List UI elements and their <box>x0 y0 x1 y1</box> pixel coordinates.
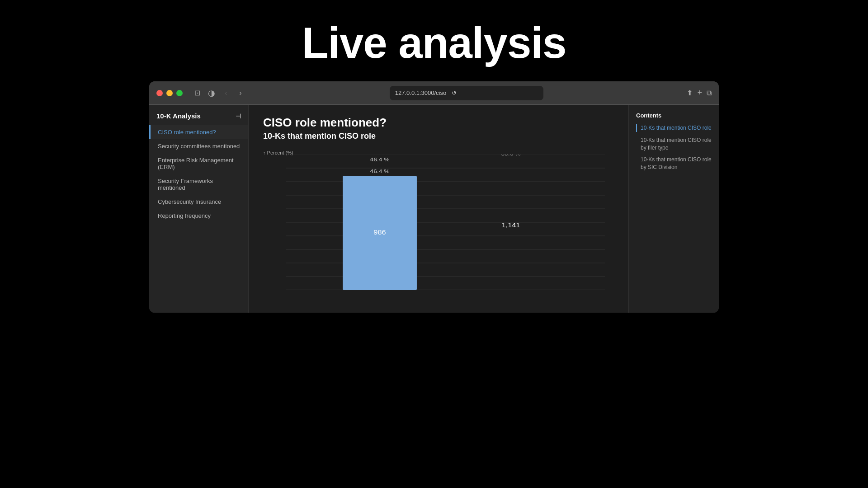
sidebar-item-security-frameworks[interactable]: Security Frameworks mentioned <box>149 174 248 195</box>
sidebar-item-reporting-frequency[interactable]: Reporting frequency <box>149 209 248 223</box>
traffic-light-red[interactable] <box>156 90 163 96</box>
sidebar-item-cybersecurity-insurance[interactable]: Cybersecurity Insurance <box>149 195 248 209</box>
browser-chrome: ⊡ ◑ ‹ › 127.0.0.1:3000/ciso ↺ ⬆ + ⧉ <box>149 81 719 105</box>
address-bar-wrapper: 127.0.0.1:3000/ciso ↺ <box>251 86 681 100</box>
back-button[interactable]: ‹ <box>221 88 231 99</box>
theme-toggle-button[interactable]: ◑ <box>206 88 217 99</box>
svg-text:53.6 %: 53.6 % <box>501 155 520 157</box>
sidebar-item-security-committees[interactable]: Security committees mentioned <box>149 139 248 153</box>
sidebar-item-ciso-role[interactable]: CISO role mentioned? <box>149 125 248 139</box>
traffic-light-green[interactable] <box>176 90 183 96</box>
chart-title: CISO role mentioned? <box>263 116 614 130</box>
page-title-area: Live analysis <box>0 0 868 81</box>
contents-item-2[interactable]: 10-Ks that mention CISO role by filer ty… <box>636 136 712 152</box>
forward-button[interactable]: › <box>235 88 246 99</box>
svg-text:986: 986 <box>373 229 386 236</box>
sidebar-item-enterprise-risk[interactable]: Enterprise Risk Management (ERM) <box>149 153 248 174</box>
page-title: Live analysis <box>0 18 868 68</box>
sidebar-toggle-button[interactable]: ⊡ <box>192 88 203 99</box>
share-button[interactable]: ⬆ <box>687 89 693 97</box>
url-text: 127.0.0.1:3000/ciso <box>395 89 446 96</box>
svg-text:1,141: 1,141 <box>501 221 520 229</box>
pin-icon[interactable]: ⊣ <box>236 113 241 120</box>
sidebar-title-bar: 10-K Analysis ⊣ <box>149 112 248 125</box>
tab-overview-button[interactable]: ⧉ <box>707 89 712 97</box>
chart-subtitle: 10-Ks that mention CISO role <box>263 131 614 141</box>
address-bar[interactable]: 127.0.0.1:3000/ciso ↺ <box>390 86 543 100</box>
traffic-lights <box>156 90 183 96</box>
contents-item-3[interactable]: 10-Ks that mention CISO role by SIC Divi… <box>636 156 712 171</box>
browser-content: 10-K Analysis ⊣ CISO role mentioned? Sec… <box>149 105 719 313</box>
sidebar: 10-K Analysis ⊣ CISO role mentioned? Sec… <box>149 105 249 313</box>
sidebar-title-text: 10-K Analysis <box>156 112 201 120</box>
svg-text:46.4 %: 46.4 % <box>370 168 389 174</box>
new-tab-button[interactable]: + <box>697 88 702 98</box>
chart-container: ↑ Percent (%) 50 45 40 35 30 25 <box>263 150 614 304</box>
contents-item-1[interactable]: 10-Ks that mention CISO role <box>636 124 712 132</box>
svg-text:46.4 %: 46.4 % <box>370 156 389 163</box>
browser-controls: ⊡ ◑ ‹ › <box>192 88 246 99</box>
main-content: CISO role mentioned? 10-Ks that mention … <box>249 105 628 313</box>
bar-chart-svg: 50 45 40 35 30 25 20 15 10 <box>286 155 605 290</box>
browser-window: ⊡ ◑ ‹ › 127.0.0.1:3000/ciso ↺ ⬆ + ⧉ 10-K… <box>149 81 719 313</box>
traffic-light-yellow[interactable] <box>166 90 173 96</box>
contents-title: Contents <box>636 112 712 119</box>
reload-button[interactable]: ↺ <box>452 89 457 96</box>
contents-panel: Contents 10-Ks that mention CISO role 10… <box>628 105 719 313</box>
browser-actions: ⬆ + ⧉ <box>687 88 712 98</box>
